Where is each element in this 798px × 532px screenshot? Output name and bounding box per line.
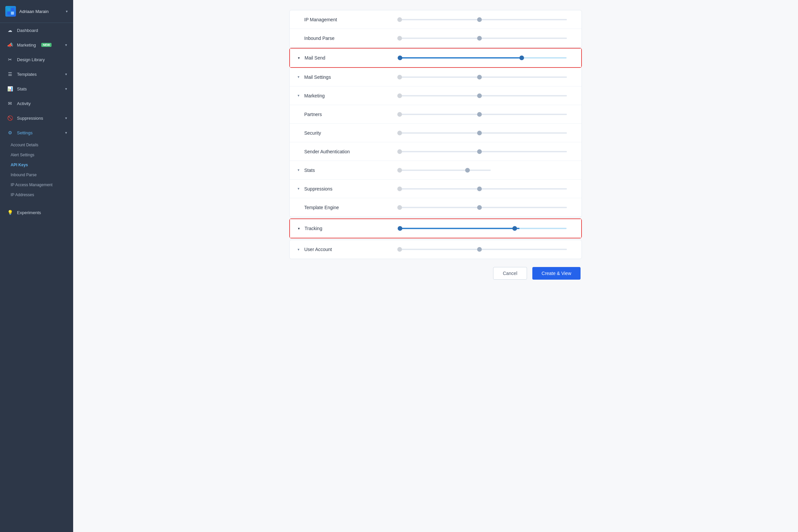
svg-rect-1 xyxy=(11,8,14,11)
table-row: Template Engine xyxy=(290,198,582,217)
dual-slider xyxy=(397,246,567,253)
dashboard-icon: ☁ xyxy=(7,27,13,33)
avatar xyxy=(5,6,16,17)
slider-thumb-left xyxy=(397,112,402,117)
table-row: ▾ Marketing xyxy=(290,87,582,105)
sidebar-item-ip-access-management[interactable]: IP Access Management xyxy=(0,180,73,190)
chevron-down-icon[interactable]: ▾ xyxy=(298,187,304,191)
slider-thumb-right xyxy=(477,187,482,191)
slider-thumb-left xyxy=(397,75,402,79)
sidebar-item-design-library[interactable]: ✂ Design Library xyxy=(0,52,73,67)
sidebar-item-templates[interactable]: ☰ Templates ▾ xyxy=(0,67,73,81)
sidebar-item-label: Activity xyxy=(17,101,31,106)
dual-slider xyxy=(397,148,567,155)
sidebar-item-api-keys[interactable]: API Keys xyxy=(0,160,73,170)
sidebar-item-account-details[interactable]: Account Details xyxy=(0,140,73,150)
settings-icon: ⚙ xyxy=(7,130,13,135)
chevron-icon: ▾ xyxy=(65,72,67,76)
permission-label: User Account xyxy=(304,247,391,252)
slider-thumb-right xyxy=(477,75,482,79)
sidebar-item-marketing[interactable]: 📣 Marketing NEW ▾ xyxy=(0,38,73,52)
sidebar: Adriaan Marain ▾ ☁ Dashboard 📣 Marketing… xyxy=(0,0,73,532)
slider-track xyxy=(397,170,491,171)
slider-track-active xyxy=(398,228,567,229)
chevron-down-icon[interactable]: ▾ xyxy=(298,93,304,98)
slider-thumb-left xyxy=(397,149,402,154)
marketing-icon: 📣 xyxy=(7,42,13,48)
dual-slider xyxy=(398,225,567,232)
chevron-down-icon[interactable]: ▾ xyxy=(298,226,305,231)
slider-container xyxy=(391,16,573,23)
table-row: ▾ Mail Send xyxy=(290,49,581,67)
svg-rect-3 xyxy=(11,12,14,15)
slider-container xyxy=(391,35,573,41)
sidebar-item-label: Suppressions xyxy=(17,116,43,121)
slider-thumb-right xyxy=(477,247,482,252)
table-row: ▾ User Account xyxy=(290,240,582,259)
slider-thumb-right xyxy=(465,168,470,173)
permissions-table-3: ▾ User Account xyxy=(289,240,582,259)
slider-track xyxy=(397,114,567,115)
sidebar-item-stats[interactable]: 📊 Stats ▾ xyxy=(0,81,73,96)
permission-label: Template Engine xyxy=(304,205,391,210)
sidebar-item-label: Stats xyxy=(17,87,27,92)
dual-slider xyxy=(397,35,567,41)
chevron-down-icon[interactable]: ▾ xyxy=(298,56,305,60)
slider-track xyxy=(397,207,567,208)
user-name: Adriaan Marain xyxy=(19,9,49,14)
nav-menu: ☁ Dashboard 📣 Marketing NEW ▾ ✂ Design L… xyxy=(0,23,73,220)
experiments-icon: 💡 xyxy=(7,210,13,215)
svg-rect-0 xyxy=(7,8,10,11)
stats-icon: 📊 xyxy=(7,86,13,92)
sidebar-item-dashboard[interactable]: ☁ Dashboard xyxy=(0,23,73,38)
slider-track xyxy=(397,95,567,96)
sidebar-item-activity[interactable]: ✉ Activity xyxy=(0,96,73,111)
slider-container xyxy=(391,225,573,232)
dual-slider xyxy=(397,167,567,174)
table-row: ▾ Stats xyxy=(290,161,582,179)
chevron-icon: ▾ xyxy=(65,87,67,91)
slider-container xyxy=(391,130,573,136)
templates-icon: ☰ xyxy=(7,72,13,77)
sidebar-item-label: Experiments xyxy=(17,210,41,215)
cancel-button[interactable]: Cancel xyxy=(493,267,527,280)
slider-container xyxy=(391,148,573,155)
slider-thumb-left xyxy=(397,93,402,98)
chevron-icon: ▾ xyxy=(65,43,67,47)
sidebar-item-experiments[interactable]: 💡 Experiments xyxy=(0,205,73,220)
permission-label: Tracking xyxy=(305,226,391,231)
dual-slider xyxy=(397,111,567,118)
slider-track xyxy=(397,76,567,78)
dual-slider xyxy=(397,74,567,80)
suppressions-icon: 🚫 xyxy=(7,115,13,121)
sidebar-item-settings[interactable]: ⚙ Settings ▾ xyxy=(0,125,73,140)
dual-slider xyxy=(397,186,567,192)
chevron-down-icon[interactable]: ▾ xyxy=(298,247,304,252)
slider-thumb-left xyxy=(397,168,402,173)
create-view-button[interactable]: Create & View xyxy=(532,267,581,280)
user-profile[interactable]: Adriaan Marain ▾ xyxy=(0,0,73,23)
slider-track xyxy=(397,249,567,250)
sidebar-item-inbound-parse[interactable]: Inbound Parse xyxy=(0,170,73,180)
slider-thumb-right xyxy=(477,112,482,117)
permission-label: Suppressions xyxy=(304,186,391,191)
slider-thumb-right xyxy=(477,93,482,98)
slider-track xyxy=(397,188,567,190)
slider-container xyxy=(391,55,573,61)
slider-thumb-left xyxy=(398,226,402,231)
sidebar-item-suppressions[interactable]: 🚫 Suppressions ▾ xyxy=(0,111,73,125)
dual-slider xyxy=(397,130,567,136)
chevron-down-icon[interactable]: ▾ xyxy=(298,75,304,79)
slider-track xyxy=(397,38,567,39)
chevron-down-icon[interactable]: ▾ xyxy=(298,168,304,172)
slider-thumb-left xyxy=(397,205,402,210)
table-row: Partners xyxy=(290,105,582,124)
sidebar-item-ip-addresses[interactable]: IP Addresses xyxy=(0,190,73,200)
slider-thumb-left xyxy=(397,247,402,252)
permission-label: Partners xyxy=(304,112,391,117)
slider-container xyxy=(391,204,573,211)
permission-label: Mail Send xyxy=(305,55,391,60)
slider-track-active xyxy=(398,57,567,58)
sidebar-item-alert-settings[interactable]: Alert Settings xyxy=(0,150,73,160)
new-badge: NEW xyxy=(41,43,52,47)
